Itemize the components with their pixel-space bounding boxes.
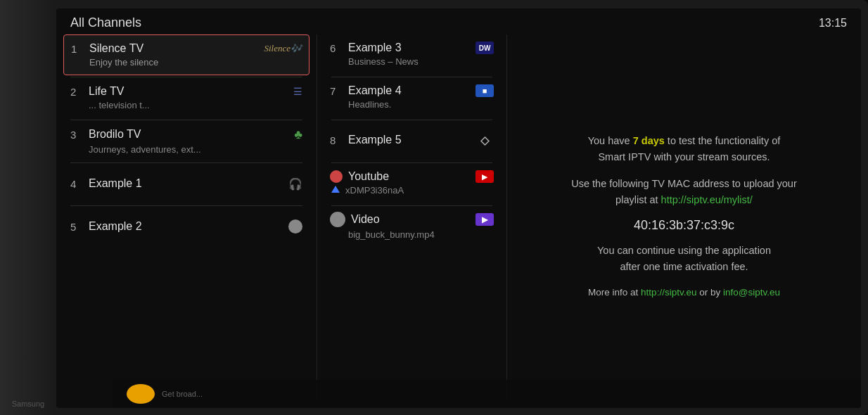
channel-subtitle-2: ... television t... [70, 100, 302, 110]
channel-item-2[interactable]: 2 Life TV ☰ ... television t... [63, 77, 309, 118]
screen: All Channels 13:15 1 Silence TV Silence🎶… [56, 8, 861, 408]
channel-subtitle-video: big_buck_bunny.mp4 [330, 229, 494, 240]
bottom-bar: Get broad... [113, 380, 861, 408]
youtube-icon: ▶ [476, 170, 494, 183]
channel-icon-2: ☰ [293, 86, 302, 97]
triangle-pointer-icon [331, 186, 340, 193]
header: All Channels 13:15 [56, 8, 861, 34]
siptv-link[interactable]: http://siptv.eu [641, 287, 696, 298]
tv-logo: Samsung [12, 400, 44, 408]
channel-subtitle-1: Enjoy the silence [71, 57, 302, 68]
days-highlight: 7 days [633, 135, 665, 146]
channel-item-video[interactable]: Video ▶ big_buck_bunny.mp4 [324, 206, 499, 245]
channel-name-5: Example 2 [89, 220, 142, 233]
channel-number-3: 3 [70, 129, 83, 141]
video-icon: ▶ [476, 213, 494, 226]
video-circle-icon [330, 212, 345, 227]
channel-item-3[interactable]: 3 Brodilo TV ♣ Journeys, adventures, ext… [63, 120, 309, 161]
channel-name-7: Example 4 [348, 84, 402, 97]
info-line-3: You can continue using the application a… [597, 243, 771, 275]
info-line-1: You have 7 days to test the functionalit… [588, 133, 781, 165]
channel-number-2: 2 [70, 86, 83, 98]
channel-item-7[interactable]: 7 Example 4 ■ Headlines. [324, 77, 499, 117]
email-link[interactable]: info@siptv.eu [723, 287, 780, 298]
bottom-logo-icon [127, 384, 155, 404]
channel-name-8: Example 5 [348, 134, 402, 146]
channel-number-8: 8 [330, 134, 343, 146]
channel-subtitle-youtube: xDMP3i36naA [343, 185, 404, 196]
channel-subtitle-6: Business – News [330, 56, 494, 67]
mac-address: 40:16:3b:37:c3:9c [634, 218, 734, 233]
circle-icon [288, 219, 302, 234]
channel-list-left[interactable]: 1 Silence TV Silence🎶 Enjoy the silence … [56, 34, 317, 399]
info-footer: More info at http://siptv.eu or by info@… [588, 285, 780, 300]
channel-name-6: Example 3 [348, 42, 402, 54]
channel-number-4: 4 [70, 178, 83, 190]
info-line-2: Use the following TV MAC address to uplo… [571, 176, 797, 208]
clock: 13:15 [819, 17, 847, 30]
diamond-icon: ◇ [476, 134, 494, 146]
blue-icon: ■ [476, 84, 494, 97]
dw-icon: DW [476, 42, 494, 54]
channel-logo-1: Silence🎶 [264, 43, 302, 54]
channel-item-1[interactable]: 1 Silence TV Silence🎶 Enjoy the silence [63, 34, 309, 75]
channel-list-right[interactable]: 6 Example 3 DW Business – News 7 Example… [317, 34, 506, 399]
channel-number-7: 7 [330, 85, 343, 97]
channel-name-1: Silence TV [89, 42, 143, 55]
channel-item-4[interactable]: 4 Example 1 🎧 [63, 163, 309, 204]
clover-icon: ♣ [294, 127, 302, 142]
channel-subtitle-7: Headlines. [330, 99, 494, 110]
youtube-circle-icon [330, 170, 343, 183]
info-panel: You have 7 days to test the functionalit… [506, 34, 861, 399]
channel-subtitle-3: Journeys, adventures, ext... [70, 144, 302, 155]
channel-number-6: 6 [330, 42, 343, 54]
channel-item-8[interactable]: 8 Example 5 ◇ [324, 120, 499, 160]
main-content: 1 Silence TV Silence🎶 Enjoy the silence … [56, 34, 861, 399]
channel-name-2: Life TV [89, 85, 124, 98]
headphone-icon: 🎧 [288, 177, 302, 191]
channel-name-4: Example 1 [89, 177, 142, 190]
channel-item-6[interactable]: 6 Example 3 DW Business – News [324, 34, 499, 74]
channel-number-5: 5 [70, 221, 83, 233]
mylist-link[interactable]: http://siptv.eu/mylist/ [661, 194, 753, 205]
tv-frame: Samsung All Channels 13:15 1 Silence TV … [0, 0, 868, 415]
channel-name-youtube: Youtube [348, 170, 389, 183]
channel-name-3: Brodilo TV [89, 128, 141, 141]
channel-item-youtube[interactable]: Youtube ▶ xDMP3i36naA [324, 163, 499, 203]
channel-item-5[interactable]: 5 Example 2 [63, 206, 309, 247]
bottom-text: Get broad... [162, 390, 203, 398]
channel-number-1: 1 [71, 43, 84, 55]
page-title: All Channels [70, 15, 141, 30]
left-bezel: Samsung [0, 0, 56, 415]
channel-name-video: Video [351, 213, 380, 226]
